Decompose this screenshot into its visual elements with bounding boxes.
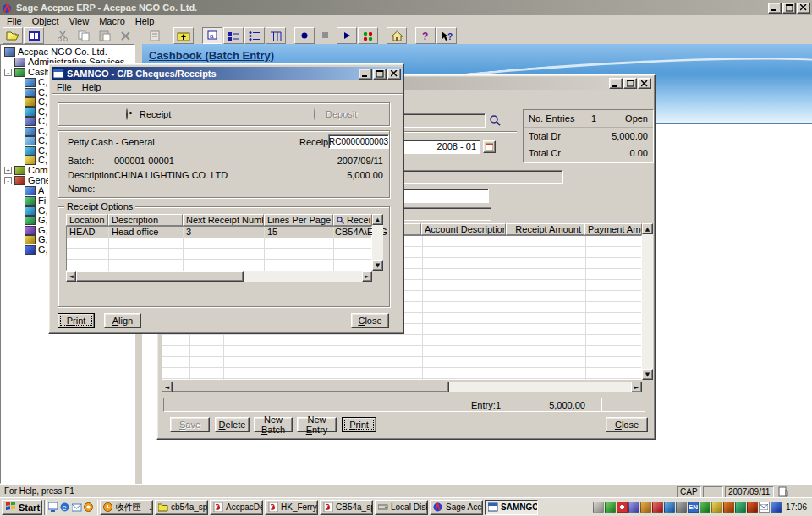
- task-cb54a-pdf[interactable]: CB54a_sp4: [320, 500, 373, 515]
- options-grid-vscrollbar[interactable]: ▲ ▼: [372, 214, 383, 271]
- scroll-down-icon[interactable]: ▼: [372, 260, 383, 271]
- cashbook-maximize-button[interactable]: [623, 78, 637, 89]
- collapse-icon[interactable]: -: [4, 69, 12, 76]
- open-icon[interactable]: [3, 27, 23, 44]
- maximize-button[interactable]: [782, 3, 796, 14]
- receipt-number-field[interactable]: RC0000000003: [328, 134, 389, 149]
- options-header-next-receipt[interactable]: Next Receipt Number: [183, 214, 264, 226]
- quicklaunch-mail-icon[interactable]: [72, 502, 82, 512]
- large-icons-view-icon[interactable]: a: [202, 27, 222, 44]
- dialog-close-button[interactable]: [387, 69, 401, 80]
- align-button[interactable]: Align: [104, 313, 141, 328]
- task-sage-accpac[interactable]: Sage Accp...: [430, 500, 483, 515]
- cashbook-close-button[interactable]: [638, 78, 651, 89]
- dialog-titlebar[interactable]: SAMNGO - C/B Cheques/Receipts: [52, 67, 403, 80]
- language-indicator[interactable]: EN: [688, 502, 699, 513]
- details-view-icon[interactable]: [266, 27, 286, 44]
- scrollbar-thumb[interactable]: [173, 382, 449, 392]
- task-hk-ferry-pdf[interactable]: HK_Ferry_...: [265, 500, 318, 515]
- task-inbox[interactable]: 收件匣 - ...: [100, 500, 153, 515]
- play-icon[interactable]: [337, 27, 357, 44]
- tray-icon[interactable]: [652, 502, 663, 513]
- scroll-down-icon[interactable]: ▼: [642, 369, 653, 380]
- tray-icon[interactable]: [735, 502, 746, 513]
- mail-tray-icon[interactable]: [759, 502, 770, 513]
- finder-book-icon[interactable]: [24, 27, 44, 44]
- cashbook-close-button-bottom[interactable]: Close: [606, 417, 648, 432]
- tray-icon[interactable]: [664, 502, 675, 513]
- options-header-lines[interactable]: Lines Per Page: [264, 214, 333, 226]
- tray-icon[interactable]: [628, 502, 639, 513]
- menu-file[interactable]: File: [2, 15, 27, 27]
- tray-icon[interactable]: [723, 502, 734, 513]
- task-accpacde-pdf[interactable]: AccpacDe...: [210, 500, 263, 515]
- options-selected-row[interactable]: HEAD Head office 3 15 CB54A\ENG: [67, 227, 371, 238]
- macro-icon[interactable]: [358, 27, 378, 44]
- options-grid-hscrollbar[interactable]: ◄ ►: [66, 271, 372, 282]
- scroll-left-icon[interactable]: ◄: [66, 271, 76, 282]
- menu-macro[interactable]: Macro: [94, 15, 130, 27]
- scroll-up-icon[interactable]: ▲: [372, 214, 383, 225]
- print-button[interactable]: Print: [58, 313, 95, 328]
- tray-icon[interactable]: [676, 502, 687, 513]
- scroll-right-icon[interactable]: ►: [362, 271, 372, 282]
- tree-item-company[interactable]: Accpac NGO Co. Ltd.: [1, 47, 134, 57]
- help-icon[interactable]: ?: [415, 27, 436, 44]
- menu-help[interactable]: Help: [130, 15, 160, 27]
- quicklaunch-clock-icon[interactable]: [84, 502, 94, 512]
- dialog-close-button-bottom[interactable]: Close: [351, 313, 389, 328]
- options-header-description[interactable]: Description: [108, 214, 183, 226]
- quicklaunch-desktop-icon[interactable]: [48, 502, 58, 512]
- finder-magnifier-icon[interactable]: [489, 114, 501, 128]
- save-button[interactable]: Save: [170, 417, 210, 432]
- grid-header-account[interactable]: Account Description: [421, 223, 506, 235]
- cashbook-print-button[interactable]: Print: [342, 417, 376, 432]
- new-entry-button[interactable]: New Entry: [297, 417, 337, 432]
- cashbook-minimize-button[interactable]: [609, 78, 623, 89]
- dialog-menu-help[interactable]: Help: [77, 81, 107, 93]
- close-button[interactable]: [797, 3, 810, 14]
- scroll-left-icon[interactable]: ◄: [162, 382, 173, 392]
- options-header-location[interactable]: Location: [66, 214, 108, 226]
- speaker-icon[interactable]: [711, 502, 722, 513]
- options-header-receipt[interactable]: Receipt: [333, 214, 372, 226]
- up-folder-icon[interactable]: [173, 27, 194, 44]
- receipt-radio[interactable]: [126, 108, 128, 120]
- options-grid[interactable]: Location Description Next Receipt Number…: [66, 214, 383, 282]
- tray-icon[interactable]: [747, 502, 758, 513]
- tray-icon[interactable]: [593, 502, 604, 513]
- dialog-menu-file[interactable]: File: [52, 81, 77, 93]
- detail-grid-hscrollbar[interactable]: ◄ ►: [162, 382, 642, 392]
- scroll-up-icon[interactable]: ▲: [642, 223, 653, 234]
- list-view-icon[interactable]: [244, 27, 265, 44]
- home-icon[interactable]: [387, 27, 407, 44]
- receipt-radio-label[interactable]: Receipt: [140, 109, 171, 119]
- quicklaunch-browser-icon[interactable]: e: [60, 502, 70, 512]
- tray-icon[interactable]: [771, 502, 782, 513]
- start-button[interactable]: Start: [2, 500, 42, 515]
- expand-icon[interactable]: +: [4, 167, 12, 174]
- task-folder-cb54a[interactable]: cb54a_sp4: [155, 500, 208, 515]
- new-batch-button[interactable]: New Batch: [254, 417, 293, 432]
- options-grid-body[interactable]: HEAD Head office 3 15 CB54A\ENG: [66, 226, 372, 271]
- scroll-right-icon[interactable]: ►: [631, 382, 642, 392]
- calendar-button[interactable]: [483, 140, 496, 153]
- tray-icon[interactable]: [605, 502, 616, 513]
- delete-button[interactable]: Delete: [215, 417, 250, 432]
- grid-header-receipt-amount[interactable]: Receipt Amount: [506, 223, 584, 235]
- grid-header-payment-amount[interactable]: Payment Amount: [584, 223, 642, 235]
- detail-grid-vscrollbar[interactable]: ▲ ▼: [642, 223, 653, 380]
- minimize-button[interactable]: [768, 3, 782, 14]
- collapse-icon[interactable]: -: [4, 177, 12, 184]
- dialog-minimize-button[interactable]: [359, 69, 372, 80]
- task-samngo[interactable]: SAMNGO ...: [485, 500, 538, 515]
- tray-icon[interactable]: [617, 502, 628, 513]
- context-help-icon[interactable]: ?: [436, 27, 457, 44]
- deposit-radio[interactable]: [314, 108, 315, 120]
- tray-icon[interactable]: [640, 502, 651, 513]
- menu-view[interactable]: View: [64, 15, 95, 27]
- scrollbar-thumb[interactable]: [76, 271, 244, 282]
- record-icon[interactable]: [294, 27, 315, 44]
- small-icons-view-icon[interactable]: [223, 27, 244, 44]
- task-local-disk[interactable]: Local Disk ...: [375, 500, 428, 515]
